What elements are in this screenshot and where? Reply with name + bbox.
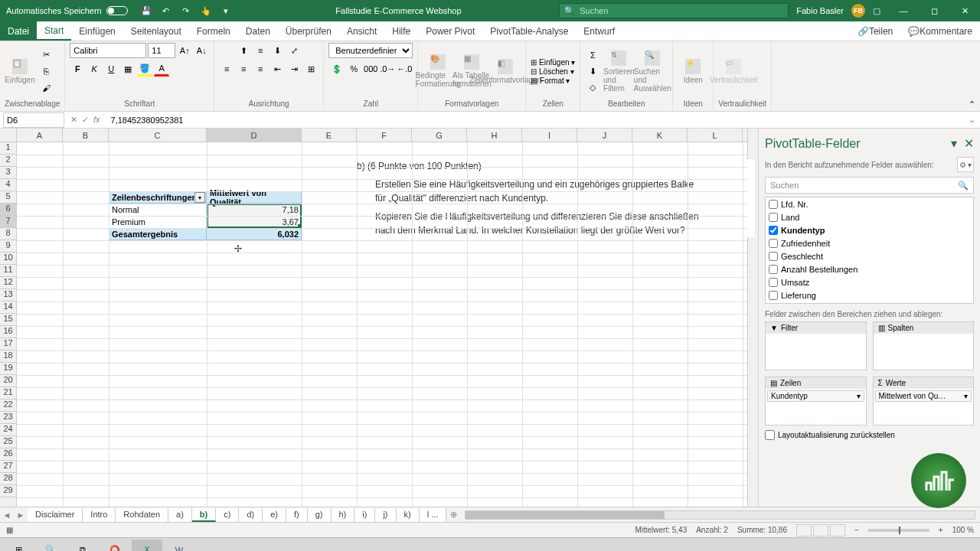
row-header[interactable]: 27 — [0, 461, 16, 473]
italic-button[interactable]: K — [87, 61, 102, 77]
row-header[interactable]: 25 — [0, 436, 16, 448]
page-break-view-button[interactable] — [830, 524, 845, 536]
ideas-button[interactable]: ⚡Ideen — [678, 47, 708, 96]
pane-options-icon[interactable]: ▾ — [951, 137, 957, 150]
pivot-total-label[interactable]: Gesamtergebnis — [109, 228, 207, 240]
rows-drop-zone[interactable]: ▤Zeilen Kundentyp▾ — [765, 377, 867, 425]
tab-page-layout[interactable]: Seitenlayout — [123, 21, 189, 41]
sheet-tab[interactable]: k) — [397, 508, 420, 522]
number-format-select[interactable]: Benutzerdefiniert — [328, 43, 413, 58]
row-header[interactable]: 2 — [0, 155, 16, 167]
field-checkbox[interactable] — [769, 278, 778, 287]
field-item[interactable]: Land — [766, 210, 973, 223]
fill-icon[interactable]: ⬇ — [585, 64, 600, 79]
format-painter-icon[interactable]: 🖌 — [38, 80, 54, 96]
column-header[interactable]: B — [63, 129, 109, 142]
field-checkbox[interactable] — [769, 213, 778, 222]
field-checkbox[interactable] — [769, 226, 778, 235]
share-button[interactable]: 🔗 Teilen — [850, 21, 900, 41]
field-item[interactable]: Geschlecht — [766, 249, 973, 262]
row-header[interactable]: 15 — [0, 314, 16, 326]
qat-more-icon[interactable]: ▾ — [220, 5, 232, 17]
cells-area[interactable]: Zeilenbeschriftungen ▾ Mittelwert von Qu… — [17, 142, 747, 507]
find-select-button[interactable]: 🔍Suchen und Auswählen — [637, 47, 668, 96]
tab-home[interactable]: Start — [37, 21, 71, 41]
tab-data[interactable]: Daten — [238, 21, 278, 41]
zoom-in-button[interactable]: + — [939, 526, 943, 534]
row-header[interactable]: 22 — [0, 399, 16, 412]
tab-view[interactable]: Ansicht — [339, 21, 384, 41]
font-size-input[interactable] — [148, 43, 175, 58]
sheet-tab[interactable]: g) — [308, 508, 332, 522]
column-header[interactable]: D — [207, 129, 302, 142]
merge-button[interactable]: ⊞ — [303, 61, 318, 77]
row-header[interactable]: 6 — [0, 204, 16, 216]
increase-font-icon[interactable]: A↑ — [177, 43, 192, 58]
sort-filter-button[interactable]: ⇅Sortieren und Filtern — [603, 47, 634, 96]
pivot-filter-dropdown[interactable]: ▾ — [194, 192, 205, 203]
sheet-tab[interactable]: j) — [375, 508, 396, 522]
align-bottom-icon[interactable]: ⬇ — [270, 43, 285, 58]
field-item[interactable]: Anzahl Bestellungen — [766, 262, 973, 276]
cut-icon[interactable]: ✂ — [38, 47, 54, 62]
user-avatar[interactable]: FB — [851, 4, 865, 18]
row-header[interactable]: 8 — [0, 228, 16, 240]
row-header[interactable]: 23 — [0, 412, 16, 424]
zoom-out-button[interactable]: − — [854, 526, 859, 534]
underline-button[interactable]: U — [103, 61, 119, 77]
chevron-down-icon[interactable]: ▾ — [857, 392, 861, 400]
insert-cells-button[interactable]: ⊞ Einfügen ▾ — [531, 58, 575, 67]
rows-field-item[interactable]: Kundentyp▾ — [767, 390, 864, 402]
align-middle-icon[interactable]: ≡ — [253, 43, 268, 58]
pane-close-icon[interactable]: ✕ — [964, 137, 974, 150]
gear-icon[interactable]: ⚙ ▾ — [957, 157, 974, 172]
sheet-nav-prev[interactable]: ◄ — [0, 510, 14, 520]
fields-search-input[interactable]: Suchen 🔍 — [765, 177, 974, 194]
format-cells-button[interactable]: ▤ Format ▾ — [531, 77, 575, 85]
field-checkbox[interactable] — [769, 200, 778, 209]
undo-icon[interactable]: ↶ — [160, 5, 172, 17]
field-item[interactable]: Lfd. Nr. — [766, 197, 973, 210]
autosum-icon[interactable]: Σ — [585, 47, 600, 63]
percent-icon[interactable]: % — [346, 61, 361, 77]
copy-icon[interactable]: ⎘ — [38, 64, 54, 79]
search-taskbar-icon[interactable]: 🔍 — [35, 540, 66, 552]
accept-formula-icon[interactable]: ✓ — [82, 115, 89, 125]
zoom-level[interactable]: 100 % — [952, 526, 974, 534]
field-checkbox[interactable] — [769, 252, 778, 261]
field-checkbox[interactable] — [769, 291, 778, 300]
row-header[interactable]: 29 — [0, 485, 16, 497]
tab-insert[interactable]: Einfügen — [71, 21, 122, 41]
row-header[interactable]: 28 — [0, 473, 16, 485]
row-header[interactable]: 12 — [0, 277, 16, 289]
pivot-row-label-header[interactable]: Zeilenbeschriftungen — [109, 191, 207, 204]
field-item[interactable]: Lieferung — [766, 289, 973, 302]
sheet-tab[interactable]: b) — [192, 508, 216, 522]
normal-view-button[interactable] — [796, 524, 812, 536]
values-drop-zone[interactable]: ΣWerte Mittelwert von Qualität▾ — [873, 377, 975, 425]
zoom-slider[interactable] — [868, 529, 929, 532]
row-header[interactable]: 10 — [0, 253, 16, 265]
tab-review[interactable]: Überprüfen — [278, 21, 339, 41]
comma-icon[interactable]: 000 — [363, 61, 378, 77]
column-header[interactable]: J — [577, 129, 632, 142]
app-icon[interactable]: ⭕ — [100, 540, 130, 552]
column-header[interactable]: E — [302, 129, 357, 142]
row-header[interactable]: 7 — [0, 216, 16, 228]
chevron-down-icon[interactable]: ▾ — [964, 392, 968, 400]
increase-decimal-icon[interactable]: .0→ — [380, 61, 395, 77]
toggle-switch[interactable] — [106, 6, 128, 15]
tab-formulas[interactable]: Formeln — [189, 21, 238, 41]
tab-pivot-analyze[interactable]: PivotTable-Analyse — [482, 21, 576, 41]
row-header[interactable]: 3 — [0, 167, 16, 179]
new-sheet-button[interactable]: ⊕ — [446, 510, 460, 520]
save-icon[interactable]: 💾 — [140, 5, 152, 17]
conditional-formatting-button[interactable]: 🎨Bedingte Formatierung — [423, 47, 453, 96]
clear-icon[interactable]: ◇ — [585, 80, 600, 95]
close-button[interactable]: ✕ — [949, 0, 980, 21]
column-header[interactable]: F — [357, 129, 412, 142]
delete-cells-button[interactable]: ⊟ Löschen ▾ — [531, 67, 575, 76]
sheet-tab[interactable]: Intro — [83, 508, 116, 522]
align-top-icon[interactable]: ⬆ — [236, 43, 251, 58]
row-header[interactable]: 26 — [0, 448, 16, 461]
